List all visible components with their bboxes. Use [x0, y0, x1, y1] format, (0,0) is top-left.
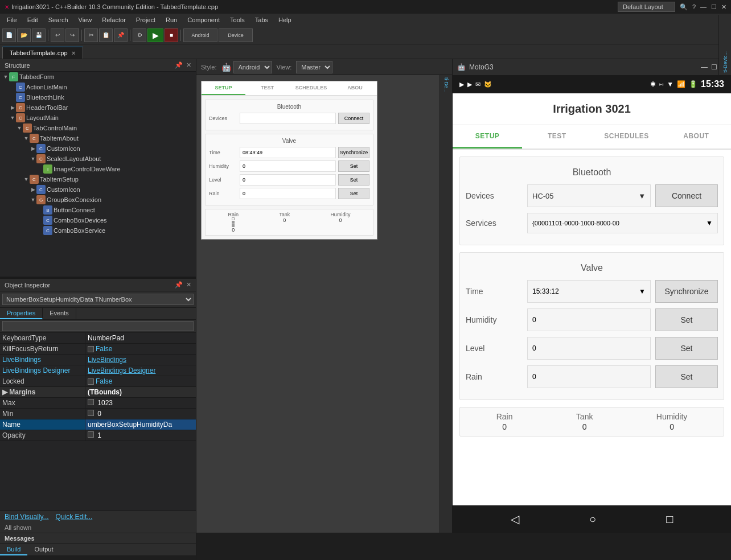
layout-selector[interactable]: Default Layout [618, 2, 675, 12]
expand-icon[interactable]: ▶ [9, 105, 16, 110]
tree-item-tabcontrolmain[interactable]: ▼ C TabControlMain [0, 123, 196, 133]
expand-icon[interactable]: ▼ [30, 197, 36, 203]
preview-sync-btn[interactable]: Synchronize [338, 147, 369, 158]
view-select[interactable]: Master [296, 61, 332, 73]
tree-item-layoutmain[interactable]: ▼ C LayoutMain [0, 113, 196, 123]
style-select[interactable]: Android [233, 61, 272, 73]
undo-btn[interactable]: ↩ [51, 28, 64, 42]
close-oi-icon[interactable]: ✕ [186, 281, 191, 289]
side-icon-1[interactable]: ti-De... [443, 77, 449, 93]
tree-item-imagecontrol[interactable]: I ImageControlDaveWare [0, 164, 196, 174]
prop-keyboardtype[interactable]: KeyboardType NumberPad [0, 333, 196, 344]
tree-item-comboboxdevices[interactable]: C ComboBoxDevices [0, 215, 196, 225]
rain-set-button[interactable]: Set [655, 365, 718, 388]
menu-refactor[interactable]: Refactor [97, 15, 130, 24]
menu-tabs[interactable]: Tabs [250, 15, 273, 24]
devices-input[interactable]: HC-05 ▼ [527, 184, 651, 207]
prop-livebindings[interactable]: LiveBindings LiveBindings [0, 355, 196, 365]
expand-icon[interactable]: ▼ [9, 115, 16, 121]
file-tab-close[interactable]: ✕ [71, 50, 76, 56]
paste-btn[interactable]: 📌 [114, 28, 128, 42]
prop-name-row[interactable]: Name umberBoxSetupHumidityDa [0, 419, 196, 430]
nav-home[interactable]: ○ [589, 513, 596, 526]
oi-search-input[interactable] [2, 321, 194, 331]
preview-tab-about[interactable]: ABOU [333, 81, 377, 95]
tab-properties[interactable]: Properties [0, 308, 43, 319]
preview-tab-test[interactable]: TEST [245, 81, 289, 95]
menu-project[interactable]: Project [132, 15, 160, 24]
app-tab-schedules[interactable]: SCHEDULES [592, 125, 662, 149]
menu-file[interactable]: File [2, 15, 22, 24]
menu-view[interactable]: View [74, 15, 97, 24]
tree-item-customicon-1[interactable]: ▶ C CustomIcon [0, 143, 196, 154]
open-btn[interactable]: 📂 [17, 28, 31, 42]
maximize-button[interactable]: ☐ [711, 3, 717, 11]
title-bar-right[interactable]: Default Layout 🔍 ? — ☐ ✕ [618, 2, 726, 12]
phone-maximize[interactable]: ☐ [711, 63, 717, 71]
search-icon[interactable]: 🔍 [680, 3, 688, 11]
tree-item-headertoolbar[interactable]: ▶ C HeaderToolBar [0, 102, 196, 113]
menu-search[interactable]: Search [44, 15, 73, 24]
oi-actions[interactable]: 📌 ✕ [175, 281, 191, 289]
prop-locked[interactable]: Locked False [0, 376, 196, 387]
preview-devices-input[interactable] [240, 113, 336, 124]
connect-button[interactable]: Connect [655, 184, 718, 207]
app-tab-about[interactable]: ABOUT [662, 125, 731, 149]
tree-item-groupboxconexion[interactable]: ▼ G GroupBoxConexion [0, 195, 196, 205]
cut-btn[interactable]: ✂ [84, 28, 98, 42]
preview-connect-btn[interactable]: Connect [338, 113, 369, 124]
file-tab-0[interactable]: TabbedTemplate.cpp ✕ [2, 47, 83, 59]
messages-tab-build[interactable]: Build [0, 544, 27, 555]
preview-rain-set[interactable]: Set [338, 188, 369, 199]
nav-square[interactable]: □ [666, 513, 673, 526]
stop-btn[interactable]: ■ [165, 28, 178, 42]
expand-icon[interactable]: ▼ [30, 156, 36, 162]
time-input[interactable]: 15:33:12 ▼ [527, 280, 651, 303]
prop-opacity[interactable]: Opacity 1 [0, 430, 196, 441]
prop-livebindings-designer[interactable]: LiveBindings Designer LiveBindings Desig… [0, 365, 196, 376]
device-btn[interactable]: Device [219, 28, 253, 42]
phone-minimize[interactable]: — [701, 63, 708, 71]
object-select[interactable]: NumberBoxSetupHumidityData TNumberBox [2, 294, 194, 305]
expand-icon[interactable]: ▼ [16, 125, 23, 131]
tree-item-customicon-2[interactable]: ▶ C CustomIcon [0, 184, 196, 195]
preview-humidity-set[interactable]: Set [338, 160, 369, 172]
close-button[interactable]: ✕ [721, 3, 726, 11]
save-btn[interactable]: 💾 [32, 28, 46, 42]
menu-tools[interactable]: Tools [225, 15, 249, 24]
copy-btn[interactable]: 📋 [99, 28, 113, 42]
help-button[interactable]: ? [692, 3, 696, 10]
quick-edit-link[interactable]: Quick Edit... [56, 513, 93, 521]
android-btn[interactable]: Android [183, 28, 217, 42]
prop-margins-group[interactable]: ▶ Margins (TBounds) [0, 387, 196, 398]
livebindings-designer-link[interactable]: LiveBindings Designer [88, 367, 155, 374]
oi-selector[interactable]: NumberBoxSetupHumidityData TNumberBox [0, 291, 196, 308]
build-btn[interactable]: ⚙ [133, 28, 146, 42]
expand-icon[interactable]: ▼ [23, 176, 30, 182]
services-input[interactable]: {00001101-0000-1000-8000-00 ▼ [527, 213, 718, 233]
tree-item-buttonconnect[interactable]: B ButtonConnect [0, 205, 196, 215]
minimize-button[interactable]: — [700, 3, 707, 10]
tree-item-scaledlayout[interactable]: ▼ C ScaledLayoutAbout [0, 154, 196, 164]
expand-icon[interactable]: ▼ [23, 135, 30, 141]
app-tab-setup[interactable]: SETUP [453, 125, 522, 149]
synchronize-button[interactable]: Synchronize [655, 280, 718, 303]
preview-tab-setup[interactable]: SETUP [202, 81, 245, 95]
locked-checkbox[interactable] [88, 378, 94, 385]
preview-level-set[interactable]: Set [338, 174, 369, 186]
structure-actions[interactable]: 📌 ✕ [175, 61, 191, 69]
tree-item-tabitemsetup[interactable]: ▼ C TabItemSetup [0, 174, 196, 184]
style-selector[interactable]: 🤖 Android [221, 61, 272, 73]
livebindings-link[interactable]: LiveBindings [88, 356, 126, 364]
prop-killfocus[interactable]: KillFocusByReturn False [0, 344, 196, 355]
tree-item-actionlist[interactable]: C ActionListMain [0, 82, 196, 92]
tree-item-tabitemabout[interactable]: ▼ C TabItemAbout [0, 133, 196, 143]
pin-icon[interactable]: 📌 [175, 61, 183, 69]
tree-item-comboboxservice[interactable]: C ComboBoxService [0, 225, 196, 236]
rain-input[interactable]: 0 [527, 365, 651, 388]
menu-component[interactable]: Component [183, 15, 224, 24]
humidity-set-button[interactable]: Set [655, 308, 718, 331]
menu-run[interactable]: Run [161, 15, 182, 24]
level-input[interactable]: 0 [527, 337, 651, 360]
phone-side-icon[interactable]: ti-Devic... [722, 51, 728, 73]
